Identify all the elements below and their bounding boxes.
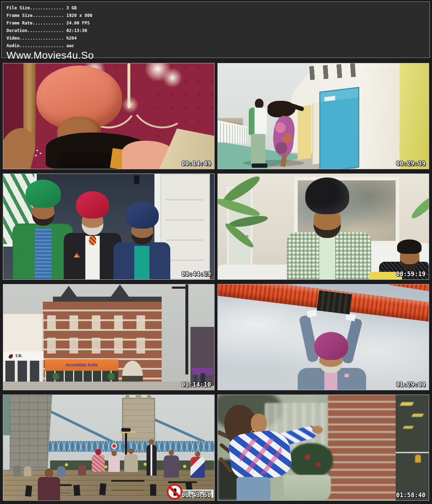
cafe-chair [99,483,107,495]
door-panels [166,180,203,270]
yellow-door-right [400,63,429,169]
no-alcohol-icon [167,484,183,500]
blue-jeans [237,477,270,500]
background-diner [13,465,21,476]
bridge-roundel [111,443,117,449]
lamp-head [121,428,131,432]
blurred-brick-pillar [328,395,397,500]
window-row [47,338,157,354]
topiary-tree [52,373,59,380]
shop-windows [5,361,41,382]
white-sofa-arm [218,265,297,279]
man2-hair [397,239,422,254]
timestamp-overlay: 01:58:40 [396,491,426,499]
waiter-black-vest [147,445,157,476]
info-line-frame-size: Frame Size............ 1920 x 800 [6,12,429,19]
roof-gable [57,286,81,302]
ceiling-light-reflection [400,402,414,406]
man1-black-turban [305,177,349,214]
topiary-tree [108,373,115,380]
man1-mint-shirt [319,235,335,279]
screenshot-4: 00:59:19 [217,174,429,280]
woman-floral-dress [164,455,179,478]
plant-leaf-right [409,193,429,221]
cafe-chair [150,484,156,496]
cafe-chair [25,485,32,497]
timestamp-overlay: 01:14:10 [181,381,211,388]
man-head [255,99,264,108]
info-line-audio: Audio................. aac [6,42,429,50]
yellow-door [298,105,311,160]
incredible-india-sign: Incredible India [45,359,118,371]
tower-pinnacle [135,395,142,399]
site-watermark: Www.Movies4u.So [6,50,429,61]
roof-gable [106,284,134,303]
hand [312,426,323,434]
bridge-cable [42,406,119,446]
ceiling-light-reflection [403,426,414,429]
screenshot-1: 00:14:49 [3,63,215,169]
window-row [47,315,157,330]
info-line-video: Video................. h264 [6,35,429,42]
man-tracksuit [249,108,267,135]
pink-shirt [324,370,337,390]
info-line-duration: Duration.............. 02:13:30 [6,27,429,35]
background-diner [57,466,65,476]
screenshot-8: 01:58:40 [217,395,429,501]
white-balustrade [218,120,248,144]
dark-window [396,395,429,500]
tower-pinnacle [124,395,131,399]
screenshot-2: 00:29:39 [217,63,429,169]
shop-logo [8,353,13,359]
screenshot-grid: 00:14:49 00:29:39 [3,63,429,501]
info-line-file-size: File Size............. 3 GB [6,4,429,12]
shirt-cuff [307,310,317,318]
man-red-turban [92,455,105,472]
cafe-table [168,481,197,483]
white-pillar [356,63,400,169]
red-flower-plant [289,443,333,478]
purple-turban [314,332,348,360]
left-arm [299,315,319,363]
ceiling-light-reflection [411,414,424,417]
timestamp-overlay: 00:14:49 [181,160,211,167]
man-colorful-jacket [190,457,205,478]
info-line-frame-rate: Frame Rate............ 24.00 FPS [6,19,429,27]
shirt-cuff [345,313,356,321]
man2-red-turban [76,191,109,219]
lamp-post-arm [172,287,188,289]
metal-railing [396,452,429,453]
screenshot-7: ALCOHOL CONSUMPTION IS INJURI 01:43:50 [3,395,215,501]
candle-glow [162,68,183,88]
man-beige-hoodie [124,454,138,472]
timestamp-overlay: 00:44:29 [181,270,211,278]
man1-green-turban [26,180,61,208]
man2-cravat [89,236,96,245]
street-lamp-post [185,284,188,374]
timestamp-overlay: 01:43:50 [181,491,211,499]
man3-navy-turban [126,202,159,229]
tower-pinnacle [146,395,152,399]
man-sneakers [252,163,267,168]
figure-in-window [415,455,421,463]
sage-green-planter [283,475,331,500]
ornate-lamp-post [125,429,127,455]
man3-teal-shirt [134,246,149,279]
screenshot-6: 01:29:00 [217,284,429,390]
cafe-chair [73,485,80,496]
background-diner [24,466,31,476]
man1-blue-shirt [35,228,51,279]
screenshot-3: 00:44:29 [3,174,215,280]
cafe-table [111,480,144,482]
pocket-square [345,374,349,377]
man-trousers [251,134,265,165]
woman-pink [108,456,120,472]
screenshot-5: UK Incredible India 01:14:10 [3,284,215,390]
orange-pipe-upper [383,284,429,296]
timestamp-overlay: 00:59:19 [396,270,426,278]
background-diner [78,465,86,476]
timestamp-overlay: 01:29:00 [396,381,426,388]
page: File Size............. 3 GB Frame Size..… [0,0,432,504]
pipe-black-band [317,291,352,315]
timestamp-overlay: 00:29:39 [396,160,426,167]
